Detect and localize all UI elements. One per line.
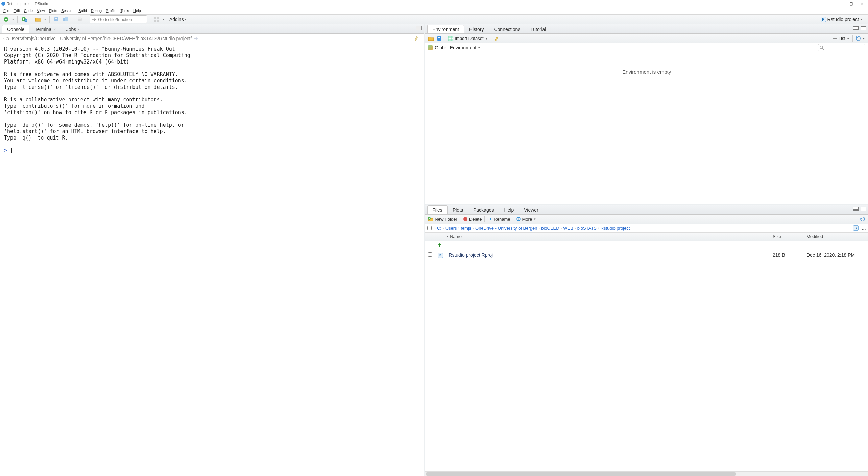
project-label: Rstudio project <box>827 17 859 22</box>
breadcrumb-more-icon[interactable]: … <box>862 226 866 231</box>
menu-tools[interactable]: Tools <box>118 9 131 13</box>
crumb-project[interactable]: Rstudio project <box>601 226 630 231</box>
menu-edit[interactable]: Edit <box>11 9 22 13</box>
crumb-web[interactable]: WEB <box>563 226 573 231</box>
print-button[interactable] <box>76 16 84 23</box>
file-size: 218 B <box>770 252 804 258</box>
file-modified: Dec 16, 2020, 2:18 PM <box>804 252 868 258</box>
environment-pane: Environment History Connections Tutorial <box>425 24 868 205</box>
main-toolbar: ▾ ▾ Go to file/function ▾ Addins ▾ R Rst… <box>0 14 868 24</box>
svg-point-16 <box>820 46 823 49</box>
tab-plots[interactable]: Plots <box>448 205 468 214</box>
crumb-onedrive[interactable]: OneDrive - University of Bergen <box>475 226 537 231</box>
tab-viewer[interactable]: Viewer <box>519 205 544 214</box>
addins-menu[interactable]: Addins ▾ <box>167 17 190 22</box>
new-folder-label: New Folder <box>435 217 457 222</box>
menu-profile[interactable]: Profile <box>104 9 118 13</box>
open-file-dropdown[interactable]: ▾ <box>44 18 47 21</box>
select-all-checkbox[interactable] <box>427 226 432 230</box>
clear-objects-button[interactable] <box>494 36 499 41</box>
pane-minimize-icon[interactable] <box>853 26 859 30</box>
save-all-button[interactable] <box>62 16 70 23</box>
close-icon[interactable]: × <box>77 27 79 31</box>
tab-files[interactable]: Files <box>427 205 448 214</box>
new-file-button[interactable] <box>2 16 10 23</box>
header-name[interactable]: ▲Name <box>443 234 770 239</box>
menu-view[interactable]: View <box>35 9 47 13</box>
delete-button[interactable]: Delete <box>463 217 482 222</box>
file-row[interactable]: R Rstudio project.Rproj 218 B Dec 16, 20… <box>425 250 868 260</box>
tab-help[interactable]: Help <box>499 205 519 214</box>
tab-connections[interactable]: Connections <box>489 25 525 33</box>
close-icon[interactable]: × <box>54 27 56 31</box>
crumb-femjs[interactable]: femjs <box>461 226 471 231</box>
pane-maximize-icon[interactable] <box>861 26 866 30</box>
goto-project-dir-icon[interactable]: R <box>853 225 859 231</box>
menu-debug[interactable]: Debug <box>89 9 104 13</box>
new-project-button[interactable] <box>20 16 28 23</box>
clear-console-icon[interactable] <box>414 35 420 42</box>
svg-rect-11 <box>154 20 156 22</box>
grid-tools-button[interactable] <box>153 16 161 23</box>
files-updir-row[interactable]: .. <box>425 241 868 250</box>
files-hscrollbar[interactable] <box>425 471 868 476</box>
console-working-dir: C:/Users/femjs/OneDrive - University of … <box>3 36 192 41</box>
menu-code[interactable]: Code <box>22 9 35 13</box>
env-scope-selector[interactable]: Global Environment ▾ <box>435 45 481 50</box>
tab-history[interactable]: History <box>464 25 489 33</box>
tab-terminal[interactable]: Terminal× <box>29 25 61 33</box>
new-file-dropdown[interactable]: ▾ <box>11 18 15 21</box>
goto-file-input[interactable]: Go to file/function <box>90 15 147 23</box>
pane-maximize-icon[interactable] <box>861 207 866 211</box>
menu-build[interactable]: Build <box>76 9 89 13</box>
rproj-icon: R <box>821 17 826 22</box>
tab-jobs[interactable]: Jobs× <box>61 25 85 33</box>
svg-rect-8 <box>78 17 81 19</box>
menu-file[interactable]: File <box>1 9 11 13</box>
pane-minimize-icon[interactable] <box>853 207 859 211</box>
console-body[interactable]: R version 4.0.3 (2020-10-10) -- "Bunny-W… <box>0 43 424 476</box>
refresh-env-button[interactable]: ▾ <box>855 36 865 41</box>
env-view-mode[interactable]: List ▾ <box>833 36 850 41</box>
file-checkbox[interactable] <box>428 252 432 257</box>
import-dataset-button[interactable]: Import Dataset ▾ <box>448 36 488 41</box>
crumb-c[interactable]: C: <box>437 226 441 231</box>
menu-session[interactable]: Session <box>59 9 76 13</box>
maximize-button[interactable]: ▢ <box>847 1 856 6</box>
new-folder-button[interactable]: New Folder <box>428 217 457 222</box>
header-modified[interactable]: Modified <box>804 234 868 239</box>
goto-dir-icon[interactable] <box>194 36 198 41</box>
menu-help[interactable]: Help <box>131 9 143 13</box>
menu-plots[interactable]: Plots <box>47 9 59 13</box>
minimize-button[interactable]: — <box>836 1 846 6</box>
env-search[interactable] <box>818 44 865 51</box>
env-empty-text: Environment is empty <box>425 52 868 75</box>
env-tabs: Environment History Connections Tutorial <box>425 24 868 34</box>
project-selector[interactable]: R Rstudio project ▾ <box>818 17 866 22</box>
crumb-biostats[interactable]: bioSTATS <box>577 226 597 231</box>
env-search-input[interactable] <box>818 44 865 51</box>
chevron-icon: › <box>434 226 436 230</box>
refresh-files-button[interactable] <box>860 216 865 222</box>
svg-rect-6 <box>65 17 68 21</box>
crumb-users[interactable]: Users <box>445 226 457 231</box>
close-button[interactable]: ✕ <box>857 1 867 6</box>
crumb-bioceed[interactable]: bioCEED <box>541 226 559 231</box>
tab-packages[interactable]: Packages <box>468 205 499 214</box>
svg-rect-4 <box>55 18 57 19</box>
rename-button[interactable]: Rename <box>487 217 510 222</box>
grid-tools-dropdown[interactable]: ▾ <box>162 18 165 21</box>
header-size[interactable]: Size <box>770 234 804 239</box>
pane-window-icon[interactable] <box>416 26 422 30</box>
save-workspace-button[interactable] <box>437 36 442 41</box>
up-arrow-icon <box>435 243 445 248</box>
more-button[interactable]: More ▾ <box>516 217 537 222</box>
open-file-button[interactable] <box>34 16 42 23</box>
tab-environment[interactable]: Environment <box>427 25 464 33</box>
load-workspace-button[interactable] <box>428 36 434 41</box>
svg-rect-9 <box>154 17 156 19</box>
rename-label: Rename <box>493 217 510 222</box>
tab-console[interactable]: Console <box>2 25 29 33</box>
save-button[interactable] <box>52 16 61 23</box>
tab-tutorial[interactable]: Tutorial <box>525 25 551 33</box>
